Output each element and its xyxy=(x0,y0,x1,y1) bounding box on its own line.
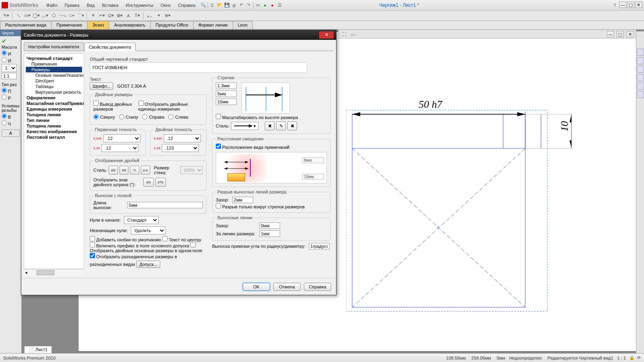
arrow-size2[interactable] xyxy=(216,90,237,97)
tree-sheet-metal[interactable]: Листовой металл xyxy=(26,134,82,140)
spline-icon[interactable]: 〰▾ xyxy=(59,12,66,19)
chk-show-dual[interactable]: Вывод двойных размеров xyxy=(93,101,135,111)
fillet-icon[interactable]: ⌒▾ xyxy=(77,12,84,19)
radio-right[interactable]: Справа xyxy=(142,114,164,119)
point-icon[interactable]: ✶ xyxy=(89,12,97,19)
chk-dual-units[interactable]: Отобразить двойные единицы измерения xyxy=(138,101,203,111)
appearances-icon[interactable] xyxy=(637,82,644,90)
font-button[interactable]: Шрифт... xyxy=(90,82,113,90)
help-button[interactable]: Справка xyxy=(304,283,331,291)
tab-office[interactable]: Продукты Office xyxy=(150,21,193,29)
mirror-icon[interactable]: ⟁▾ xyxy=(146,12,153,19)
radio-custom-scale[interactable]: И xyxy=(2,57,20,63)
menu-tools[interactable]: Инструменты xyxy=(122,2,157,9)
view-palette-icon[interactable] xyxy=(637,74,644,81)
arrow-btn-2[interactable]: ✎ xyxy=(276,121,286,130)
tree-grid[interactable]: Масштабная сетка/Привязка xyxy=(26,101,82,106)
tree-detailing[interactable]: Оформление xyxy=(26,95,82,101)
circle-icon[interactable]: ◯▾ xyxy=(33,12,40,19)
redo-icon[interactable]: ↷ xyxy=(245,2,252,9)
scale-combo[interactable]: 1:1 xyxy=(2,64,17,72)
print-icon[interactable]: 🖨 xyxy=(231,2,238,9)
tab-evaluate[interactable]: Анализировать xyxy=(109,21,151,29)
zoom-area-icon[interactable]: ⌕▾ xyxy=(350,31,357,38)
sheet-tab[interactable]: 📄 Лист1 xyxy=(24,346,52,353)
tree-line-style[interactable]: Тип линии xyxy=(26,117,82,123)
tree-virtual-sharps[interactable]: Виртуальная резкость xyxy=(26,89,82,95)
rebuild-icon[interactable]: ● xyxy=(262,2,269,9)
frac-style-1[interactable]: x/x xyxy=(109,166,118,175)
doc-restore-button[interactable]: ▢ xyxy=(617,31,624,37)
rad-snap-input[interactable] xyxy=(309,243,330,249)
tree-image-quality[interactable]: Качество изображения xyxy=(26,129,82,134)
tab-line-format[interactable]: Формат линии xyxy=(193,21,233,29)
leader-length-input[interactable] xyxy=(127,202,203,208)
ellipse-icon[interactable]: ⬭▾ xyxy=(68,12,75,19)
tree-tables[interactable]: Таблицы xyxy=(26,84,82,89)
tab-view-layout[interactable]: Расположение вида xyxy=(0,21,52,29)
file-explorer-icon[interactable] xyxy=(637,66,644,73)
tolerance-button[interactable]: Допуск... xyxy=(136,261,160,268)
chk-break-arrows[interactable]: Разрыв только вокруг стрелок размеров xyxy=(216,204,305,209)
radio-bottom[interactable]: Снизу xyxy=(119,114,138,119)
dialog-close-button[interactable]: ✕ xyxy=(319,31,334,39)
tree-dimensions[interactable]: Размеры xyxy=(26,67,82,72)
offset-icon[interactable]: ⊞▾ xyxy=(116,12,123,19)
tree-scrollbar[interactable]: ◂ xyxy=(24,269,84,276)
open-icon[interactable]: 📂 xyxy=(216,2,223,9)
resources-icon[interactable] xyxy=(637,49,644,56)
chk-broken-views[interactable]: Отобразить разъединенные размеры в разъе… xyxy=(90,254,177,267)
tree-centerlines[interactable]: Осевые линии/Указатели xyxy=(26,72,82,78)
stop-icon[interactable]: ● xyxy=(269,2,276,9)
chk-annot-view[interactable]: Расположение вида примечаний xyxy=(216,145,289,150)
rect-icon[interactable]: ▭▾ xyxy=(24,12,31,19)
frac-style-2[interactable]: x⁄x xyxy=(120,166,129,175)
minimize-button[interactable]: — xyxy=(619,2,626,8)
arc-icon[interactable]: ◡▾ xyxy=(41,12,49,19)
radio-sheet-scale[interactable]: И xyxy=(2,50,20,56)
arrow-btn-3[interactable]: ✖ xyxy=(287,121,297,130)
radio-true[interactable]: Р xyxy=(2,95,20,101)
menu-help[interactable]: Справка xyxy=(175,2,198,9)
tab-leon[interactable]: Leon xyxy=(233,21,253,29)
line-icon[interactable]: ＼ xyxy=(15,12,22,19)
prec2a-combo[interactable]: .12 xyxy=(164,134,201,142)
tree-units[interactable]: Единицы измерения xyxy=(26,106,82,112)
arrow-size3[interactable] xyxy=(216,99,237,105)
search-icon[interactable]: 🔍 xyxy=(200,2,207,9)
chk-center-text[interactable]: Текст по центру xyxy=(162,237,201,242)
dialog-titlebar[interactable]: Свойства документа - Размеры ✕ xyxy=(21,30,336,40)
frac-style-3[interactable]: ˣ⁄ₓ xyxy=(130,166,139,175)
menu-file[interactable]: Файл xyxy=(43,2,60,9)
gap-input[interactable] xyxy=(232,197,253,203)
ext-gap-input[interactable] xyxy=(259,222,280,229)
options-icon[interactable]: ☰ xyxy=(276,2,283,9)
ok-button[interactable]: OK xyxy=(243,283,270,291)
menu-edit[interactable]: Правка xyxy=(61,2,83,9)
dimension-text-1[interactable]: 50 h7 xyxy=(419,99,442,111)
tab-doc-props[interactable]: Свойства документа xyxy=(85,43,136,51)
chk-scale-height[interactable]: Масштабировать по высоте размера xyxy=(216,115,298,120)
prime-style-2[interactable]: x"/x xyxy=(155,178,166,187)
offset1-input[interactable] xyxy=(302,157,324,163)
offset2-input[interactable] xyxy=(302,174,324,180)
cancel-button[interactable]: Отмена xyxy=(273,283,301,291)
doc-minimize-button[interactable]: — xyxy=(607,31,614,37)
tree-annotations[interactable]: Примечания xyxy=(26,61,82,67)
tree-line-thickness2[interactable]: Толщина линии xyxy=(26,123,82,129)
scale-input[interactable] xyxy=(2,73,17,79)
pattern-icon[interactable]: ⠿▾ xyxy=(134,12,141,19)
menu-view[interactable]: Вид xyxy=(84,2,98,9)
arrow-size1[interactable] xyxy=(216,82,237,89)
close-button[interactable]: ✕ xyxy=(635,2,642,8)
help-icon[interactable]: ? xyxy=(611,2,618,9)
trim-icon[interactable]: ✂▾ xyxy=(98,12,105,19)
doc-close-button[interactable]: ✕ xyxy=(626,31,634,37)
radio-hq[interactable]: В xyxy=(2,113,20,119)
trail-zero-combo[interactable]: Удалить xyxy=(131,226,165,234)
design-library-icon[interactable] xyxy=(637,57,644,64)
prec1b-combo[interactable]: .12 xyxy=(101,144,138,152)
arrow-style-combo[interactable]: ▾ xyxy=(231,122,258,130)
status-rebuild-icon[interactable]: ⟳ xyxy=(637,355,641,360)
save-icon[interactable]: 💾 xyxy=(223,2,231,9)
